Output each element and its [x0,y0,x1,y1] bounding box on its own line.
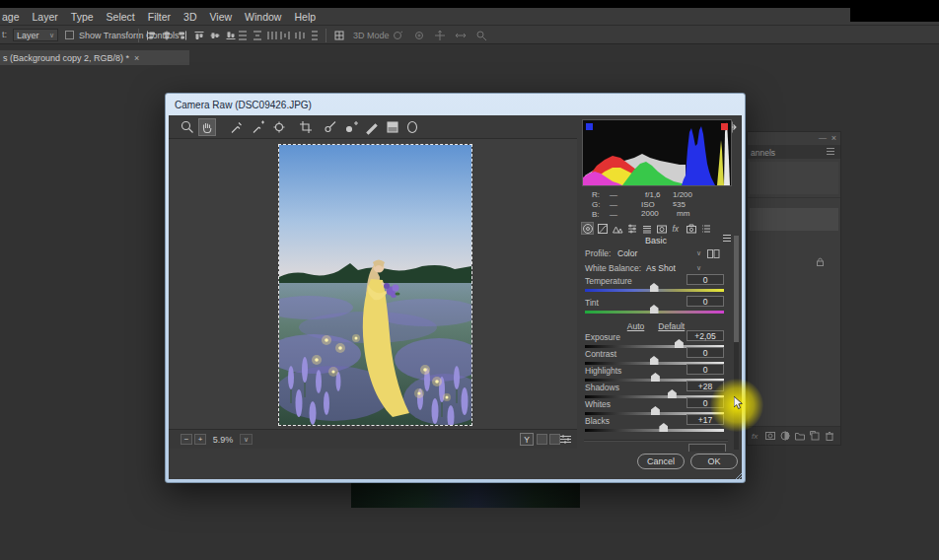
slider-thumb[interactable] [675,339,684,348]
slider-thumb[interactable] [651,373,660,382]
adjustment-brush-tool-icon[interactable] [363,118,381,136]
basic-tab-icon[interactable] [581,222,594,235]
effects-tab-icon[interactable]: fx [670,222,683,235]
distribute-bottom-icon[interactable] [266,30,278,41]
dialog-titlebar[interactable]: Camera Raw (DSC09426.JPG) [166,94,745,115]
preview-preferences-icon[interactable] [559,434,572,445]
radial-filter-tool-icon[interactable] [403,118,421,136]
red-eye-tool-icon[interactable] [342,118,360,136]
adjustment-layer-icon[interactable] [779,430,791,442]
align-horizontal-centers-icon[interactable] [161,30,173,41]
distribute-vertical-icon[interactable] [252,30,263,41]
close-panel-icon[interactable]: × [831,133,836,143]
split-toning-tab-icon[interactable] [640,222,653,235]
3d-zoom-icon[interactable] [475,30,487,41]
chevron-down-icon[interactable]: ∨ [696,249,701,257]
auto-link[interactable]: Auto [627,321,645,331]
slider-value-field[interactable]: +2,05 [686,330,724,341]
slider-track[interactable] [585,289,724,292]
document-tab[interactable]: s (Background copy 2, RGB/8) * × [0,50,189,65]
slider-thumb[interactable] [668,389,677,398]
align-vertical-centers-icon[interactable] [209,30,221,41]
slider-thumb[interactable] [650,356,659,365]
slider-track[interactable] [585,311,724,314]
slider-value-field[interactable]: 0 [686,274,724,285]
hsl-tab-icon[interactable] [625,222,638,235]
shadow-clipping-indicator[interactable] [586,123,593,130]
color-sampler-tool-icon[interactable] [250,118,267,136]
channels-tab-fragment[interactable]: annels [751,148,775,158]
zoom-out-button[interactable]: − [181,434,192,445]
collapse-panel-icon[interactable]: — [819,133,827,142]
slider-thumb[interactable] [651,406,660,415]
highlight-clipping-indicator[interactable] [721,123,728,130]
menu-item-filter[interactable]: Filter [148,11,171,23]
close-icon[interactable]: × [134,53,139,63]
menu-item-layer[interactable]: Layer [33,11,58,23]
profile-browser-icon[interactable] [707,249,720,258]
slider-value-field[interactable]: 0 [686,364,724,375]
before-after-button[interactable] [537,434,547,445]
white-balance-tool-icon[interactable] [228,118,246,136]
align-top-edges-icon[interactable] [193,30,205,41]
slider-track[interactable] [585,429,724,432]
spot-removal-tool-icon[interactable] [322,118,339,136]
auto-align-icon[interactable] [333,30,345,41]
presets-tab-icon[interactable] [699,222,712,235]
selected-layer-row[interactable] [750,208,838,231]
slider-thumb[interactable] [659,423,668,432]
ok-button[interactable]: OK [690,454,738,469]
cancel-button[interactable]: Cancel [637,454,685,469]
menu-item-help[interactable]: Help [294,11,316,23]
group-folder-icon[interactable] [794,430,806,442]
slider-thumb[interactable] [650,283,659,292]
distribute-right-icon[interactable] [309,30,321,41]
chevron-down-icon[interactable]: ∨ [696,264,701,272]
align-bottom-edges-icon[interactable] [225,30,237,41]
resize-grip[interactable] [735,472,743,480]
slider-thumb[interactable] [650,305,659,314]
zoom-tool-icon[interactable] [179,118,196,136]
zoom-in-button[interactable]: + [194,434,206,445]
preview-toggle-button[interactable]: Y [520,433,534,446]
menu-item-image-partial[interactable]: age [2,11,20,23]
profile-value[interactable]: Color [617,248,637,258]
lens-corrections-tab-icon[interactable] [655,222,668,235]
histogram[interactable] [582,119,732,186]
menu-item-window[interactable]: Window [245,11,281,23]
tone-curve-tab-icon[interactable] [596,222,609,235]
panel-menu-icon[interactable] [826,147,835,156]
autoselect-mode-dropdown[interactable]: Layer ∨ [13,29,58,41]
align-right-edges-icon[interactable] [177,30,188,41]
delete-layer-icon[interactable] [824,430,835,442]
3d-pan-icon[interactable] [434,30,446,41]
white-balance-value[interactable]: As Shot [646,263,676,273]
calibration-tab-icon[interactable] [685,222,697,235]
graduated-filter-tool-icon[interactable] [384,118,401,136]
hand-tool-icon[interactable] [198,118,216,136]
menu-item-type[interactable]: Type [71,11,94,23]
menu-item-3d[interactable]: 3D [183,11,196,23]
distribute-center-icon[interactable] [294,30,306,41]
crop-tool-icon[interactable] [297,118,315,136]
detail-tab-icon[interactable] [611,222,623,235]
align-left-edges-icon[interactable] [145,30,157,41]
distribute-left-icon[interactable] [279,30,291,41]
photo-preview[interactable] [279,145,471,425]
new-layer-icon[interactable] [809,430,821,442]
menu-item-view[interactable]: View [210,11,233,23]
scrollbar-thumb[interactable] [734,236,739,342]
3d-orbit-icon[interactable] [392,30,403,41]
slider-value-field[interactable]: 0 [686,347,724,358]
show-transform-checkbox[interactable] [65,31,74,39]
menu-item-select[interactable]: Select [107,11,135,23]
panel-flyout-menu-icon[interactable] [722,234,732,243]
3d-roll-icon[interactable] [413,30,425,41]
layer-mask-icon[interactable] [764,430,776,442]
fx-icon[interactable]: fx [750,430,761,442]
distribute-top-icon[interactable] [237,30,249,41]
slider-value-field[interactable]: 0 [686,296,724,307]
default-link[interactable]: Default [658,321,685,331]
targeted-adjustment-tool-icon[interactable] [271,118,289,136]
3d-slide-icon[interactable] [455,30,467,41]
